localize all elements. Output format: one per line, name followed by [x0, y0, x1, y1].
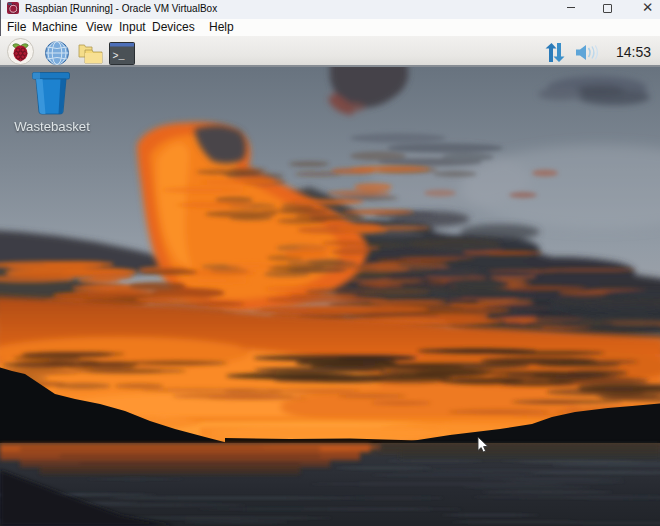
svg-text:>_: >_: [113, 51, 126, 62]
